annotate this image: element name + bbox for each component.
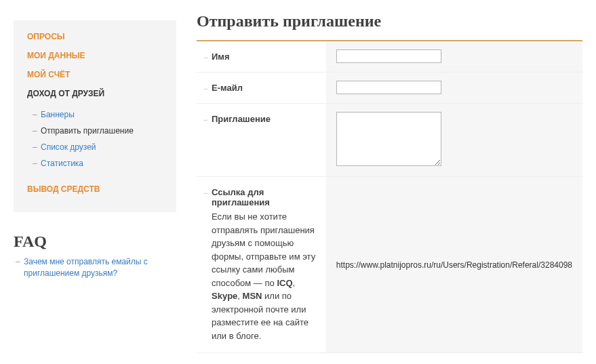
faq-link[interactable]: Зачем мне отправлять емайлы с приглашени… [24, 257, 148, 278]
sidebar-sub-send-invitation[interactable]: Отправить приглашение [14, 123, 176, 139]
email-label: Е-майл [212, 83, 243, 93]
email-label-cell: → Е-майл [197, 73, 326, 104]
sidebar-item-mydata[interactable]: МОИ ДАННЫЕ [14, 46, 176, 65]
arrow-icon: → [202, 54, 209, 61]
referral-link-label: Ссылка для приглашения [212, 187, 270, 207]
desc-bold: ICQ [277, 278, 292, 288]
arrow-icon: → [202, 85, 209, 92]
sidebar-sub-banners[interactable]: Баннеры [14, 106, 176, 123]
sidebar-sub-statistics[interactable]: Статистика [14, 155, 176, 171]
desc-part: Если вы не хотите отправлять приглашения… [212, 211, 315, 288]
name-label-cell: → Имя [197, 41, 326, 73]
name-label: Имя [212, 52, 230, 62]
referral-link-desc: Если вы не хотите отправлять приглашения… [212, 210, 319, 342]
invitation-label: Приглашение [212, 114, 271, 124]
name-input[interactable] [336, 49, 441, 63]
faq-item: Зачем мне отправлять емайлы с приглашени… [14, 256, 176, 279]
sidebar-item-withdraw[interactable]: ВЫВОД СРЕДСТВ [14, 180, 176, 199]
arrow-icon: → [202, 116, 209, 123]
sidebar-menu: ОПРОСЫ МОИ ДАННЫЕ МОЙ СЧЁТ ДОХОД ОТ ДРУЗ… [14, 20, 176, 212]
sidebar-item-referral-income[interactable]: ДОХОД ОТ ДРУЗЕЙ [14, 84, 176, 103]
page-title: Отправить приглашение [197, 0, 582, 40]
faq-section: FAQ Зачем мне отправлять емайлы с пригла… [14, 232, 176, 279]
desc-part: , [293, 278, 296, 288]
referral-link-text[interactable]: https://www.platnijopros.ru/ru/Users/Reg… [336, 260, 572, 270]
desc-part: , [237, 291, 242, 301]
arrow-icon: → [202, 189, 209, 197]
invitation-label-cell: → Приглашение [197, 104, 326, 177]
faq-title: FAQ [14, 232, 176, 251]
email-input[interactable] [336, 81, 441, 94]
submit-row: Пригласить [197, 353, 582, 364]
referral-label-cell: → Ссылка для приглашения Если вы не хоти… [197, 177, 326, 353]
desc-bold: MSN [243, 291, 262, 301]
sidebar-submenu: Баннеры Отправить приглашение Список дру… [14, 103, 176, 180]
invitation-form: → Имя → Е-майл → Приглашение [197, 41, 582, 353]
desc-bold: Skype [212, 291, 237, 301]
sidebar-item-surveys[interactable]: ОПРОСЫ [14, 27, 176, 46]
sidebar-sub-friends-list[interactable]: Список друзей [14, 139, 176, 155]
sidebar-item-account[interactable]: МОЙ СЧЁТ [14, 65, 176, 84]
invitation-textarea[interactable] [336, 112, 441, 166]
